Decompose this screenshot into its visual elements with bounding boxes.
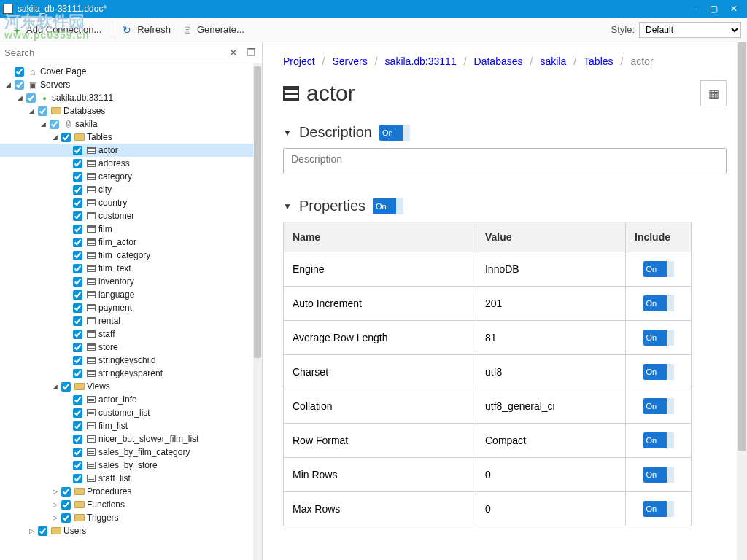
expand-icon[interactable] [61, 198, 71, 208]
tree-table-inventory[interactable]: inventory [0, 275, 262, 288]
maximize-button[interactable]: ▢ [703, 4, 724, 14]
tree-databases[interactable]: ◢Databases [0, 104, 262, 117]
tree-checkbox[interactable] [15, 80, 24, 90]
breadcrumb-sakila[interactable]: sakila [540, 55, 566, 67]
include-switch[interactable]: On [643, 398, 674, 414]
tree-checkbox[interactable] [61, 382, 71, 392]
expand-icon[interactable] [61, 171, 71, 182]
tree-checkbox[interactable] [50, 120, 59, 129]
breadcrumb-sakila-db-33111[interactable]: sakila.db:33111 [385, 55, 457, 67]
tree-table-film_category[interactable]: film_category [0, 249, 262, 262]
tree-table-film_text[interactable]: film_text [0, 262, 262, 275]
tree-checkbox[interactable] [38, 106, 47, 116]
tree-checkbox[interactable] [73, 395, 82, 405]
expand-icon[interactable] [61, 289, 71, 300]
breadcrumb-databases[interactable]: Databases [474, 55, 523, 67]
tree-functions[interactable]: ▷Functions [0, 498, 262, 511]
tree-checkbox[interactable] [73, 198, 82, 208]
tree-checkbox[interactable] [73, 316, 82, 326]
tree-checkbox[interactable] [73, 474, 82, 483]
expand-icon[interactable] [61, 460, 71, 470]
include-switch[interactable]: On [643, 261, 674, 277]
tree-view-nicer_but_slower_film_list[interactable]: nicer_but_slower_film_list [0, 432, 262, 446]
tree-checkbox[interactable] [73, 330, 82, 339]
breadcrumb-tables[interactable]: Tables [584, 55, 613, 67]
expand-icon[interactable] [61, 145, 71, 155]
generate-button[interactable]: Generate... [177, 21, 250, 39]
tree-table-actor[interactable]: actor [0, 144, 262, 157]
tree-view-actor_info[interactable]: actor_info [0, 393, 262, 406]
expand-icon[interactable] [61, 329, 71, 339]
expand-icon[interactable]: ▷ [50, 486, 60, 497]
include-switch[interactable]: On [643, 501, 674, 517]
expand-icon[interactable] [61, 316, 71, 326]
tree-table-address[interactable]: address [0, 157, 262, 170]
tree-checkbox[interactable] [73, 264, 82, 273]
expand-icon[interactable]: ◢ [50, 381, 60, 392]
tree-users[interactable]: ▷Users [0, 524, 262, 537]
breadcrumb-servers[interactable]: Servers [332, 55, 367, 67]
style-select[interactable]: Default [639, 22, 741, 38]
expand-icon[interactable] [61, 434, 71, 444]
include-switch[interactable]: On [643, 295, 674, 311]
tree-checkbox[interactable] [73, 461, 82, 470]
tree-table-stringkeysparent[interactable]: stringkeysparent [0, 367, 262, 380]
tree-table-country[interactable]: country [0, 196, 262, 209]
tree-table-stringkeyschild[interactable]: stringkeyschild [0, 354, 262, 367]
tree-checkbox[interactable] [73, 211, 82, 221]
tree-checkbox[interactable] [73, 225, 82, 234]
expand-icon[interactable] [61, 368, 71, 378]
expand-icon[interactable] [61, 394, 71, 405]
tree-checkbox[interactable] [73, 172, 82, 182]
expand-icon[interactable]: ◢ [26, 106, 36, 116]
tree-table-film[interactable]: film [0, 222, 262, 236]
tree-checkbox[interactable] [15, 67, 24, 77]
tree-table-staff[interactable]: staff [0, 327, 262, 341]
tree-checkbox[interactable] [73, 251, 82, 260]
tree-checkbox[interactable] [73, 448, 82, 457]
description-switch[interactable]: On [379, 125, 410, 141]
expand-icon[interactable] [61, 421, 71, 431]
tree-triggers[interactable]: ▷Triggers [0, 511, 262, 524]
tree-checkbox[interactable] [73, 408, 82, 418]
tree-checkbox[interactable] [73, 369, 82, 378]
clear-search-button[interactable]: ✕ [227, 47, 240, 58]
tree-checkbox[interactable] [73, 159, 82, 168]
tree-table-customer[interactable]: customer [0, 209, 262, 222]
tree-db-sakila[interactable]: ◢sakila [0, 117, 262, 131]
tree-checkbox[interactable] [61, 487, 71, 497]
tree-table-language[interactable]: language [0, 288, 262, 301]
tree-checkbox[interactable] [61, 133, 71, 142]
tree[interactable]: Cover Page◢Servers◢sakila.db:33111◢Datab… [0, 63, 262, 560]
tree-table-rental[interactable]: rental [0, 314, 262, 327]
tree-view-staff_list[interactable]: staff_list [0, 472, 262, 485]
expand-icon[interactable] [61, 303, 71, 313]
tree-checkbox[interactable] [26, 93, 36, 103]
properties-switch[interactable]: On [373, 198, 403, 214]
tree-view-sales_by_store[interactable]: sales_by_store [0, 459, 262, 472]
tree-views[interactable]: ◢Views [0, 380, 262, 393]
expand-icon[interactable] [61, 342, 71, 352]
tree-view-film_list[interactable]: film_list [0, 419, 262, 432]
tree-checkbox[interactable] [73, 421, 82, 431]
tree-checkbox[interactable] [73, 146, 82, 155]
refresh-button[interactable]: Refresh [117, 21, 177, 39]
tree-procedures[interactable]: ▷Procedures [0, 485, 262, 498]
expand-icon[interactable]: ▷ [50, 513, 60, 523]
search-input[interactable] [4, 44, 222, 61]
expand-icon[interactable]: ◢ [50, 132, 60, 142]
description-input[interactable] [283, 148, 727, 174]
tree-table-payment[interactable]: payment [0, 301, 262, 314]
grid-view-button[interactable]: ▦ [700, 80, 727, 106]
include-switch[interactable]: On [643, 330, 674, 346]
tree-checkbox[interactable] [38, 526, 47, 536]
tree-checkbox[interactable] [73, 356, 82, 365]
expand-icon[interactable] [61, 184, 71, 195]
expand-icon[interactable] [61, 276, 71, 287]
expand-icon[interactable]: ◢ [15, 93, 25, 103]
tree-checkbox[interactable] [73, 277, 82, 287]
tree-checkbox[interactable] [73, 185, 82, 195]
tree-checkbox[interactable] [73, 238, 82, 247]
tree-view-sales_by_film_category[interactable]: sales_by_film_category [0, 446, 262, 459]
expand-icon[interactable] [61, 408, 71, 418]
